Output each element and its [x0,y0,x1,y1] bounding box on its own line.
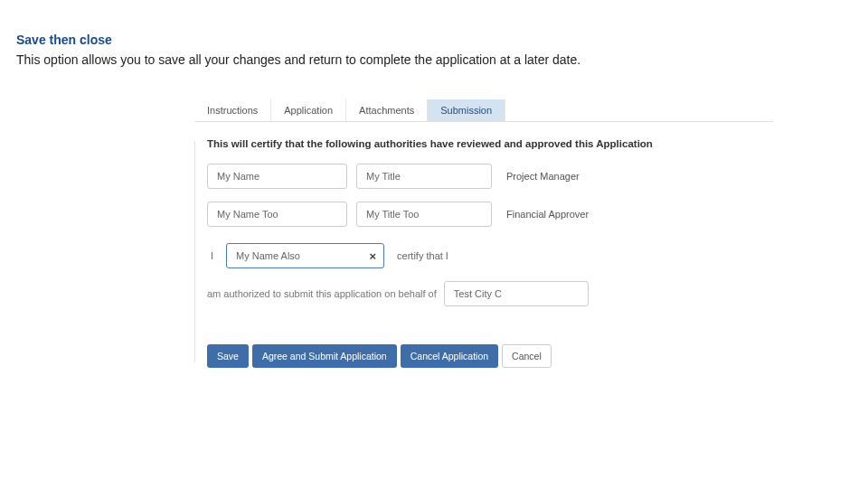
self-name-field[interactable]: My Name Also × [226,243,384,268]
clear-icon[interactable]: × [369,249,376,263]
self-name-value: My Name Also [236,250,300,261]
app-screenshot-panel: Instructions Application Attachments Sub… [194,99,773,377]
role-label-1: Project Manager [501,171,580,182]
role-label-2: Financial Approver [501,209,589,220]
name-field-2[interactable]: My Name Too [207,202,347,227]
certification-statement: This will certify that the following aut… [207,138,764,149]
tab-application[interactable]: Application [271,99,346,121]
tab-bar: Instructions Application Attachments Sub… [194,99,773,122]
self-certify-row: I My Name Also × certify that I [207,243,764,268]
action-button-bar: Save Agree and Submit Application Cancel… [207,344,764,368]
authority-row-2: My Name Too My Title Too Financial Appro… [207,202,764,227]
cancel-button[interactable]: Cancel [502,344,552,368]
name-field-1[interactable]: My Name [207,164,347,189]
tab-attachments[interactable]: Attachments [346,99,428,121]
authorization-row: am authorized to submit this application… [207,281,764,306]
tab-submission[interactable]: Submission [428,99,505,121]
inline-pre-text: I [207,250,217,261]
cancel-application-button[interactable]: Cancel Application [401,344,498,368]
agree-submit-button[interactable]: Agree and Submit Application [252,344,397,368]
organization-field[interactable]: Test City C [444,281,589,306]
inline-post-text: certify that I [393,250,452,261]
title-field-1[interactable]: My Title [356,164,492,189]
section-heading: Save then close [16,33,112,47]
panel-left-rule [194,141,195,362]
authorization-text: am authorized to submit this application… [207,288,437,299]
title-field-2[interactable]: My Title Too [356,202,492,227]
authority-row-1: My Name My Title Project Manager [207,164,764,189]
submission-content: This will certify that the following aut… [194,122,773,377]
save-button[interactable]: Save [207,344,249,368]
tab-instructions[interactable]: Instructions [194,99,271,121]
section-description: This option allows you to save all your … [16,52,580,67]
